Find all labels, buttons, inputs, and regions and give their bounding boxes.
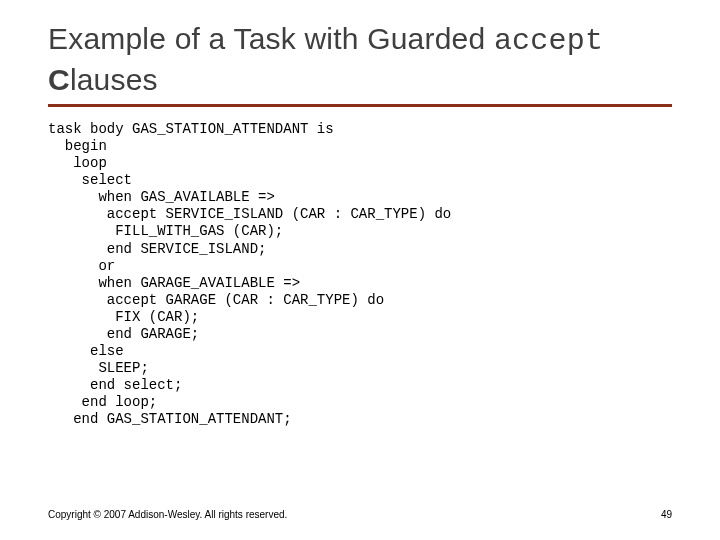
copyright-text: Copyright © 2007 Addison-Wesley. All rig… bbox=[48, 509, 287, 520]
title-bold-c: C bbox=[48, 63, 70, 96]
title-part1: Example of a Task with Guarded bbox=[48, 22, 494, 55]
title-rest: lauses bbox=[70, 63, 158, 96]
code-block: task body GAS_STATION_ATTENDANT is begin… bbox=[48, 121, 672, 428]
title-mono-accept: accept bbox=[494, 24, 603, 58]
slide-container: Example of a Task with Guarded accept Cl… bbox=[0, 0, 720, 428]
page-number: 49 bbox=[661, 509, 672, 520]
title-underline bbox=[48, 104, 672, 107]
slide-title: Example of a Task with Guarded accept Cl… bbox=[48, 20, 672, 98]
slide-footer: Copyright © 2007 Addison-Wesley. All rig… bbox=[48, 509, 672, 520]
